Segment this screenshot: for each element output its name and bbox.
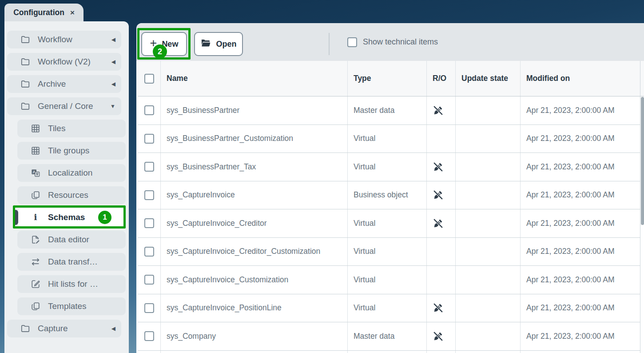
chevron-left-icon[interactable]: ◀: [111, 325, 115, 332]
cell-update-state: [456, 322, 521, 350]
cell-update-state: [456, 294, 521, 322]
sidebar-item-tiles[interactable]: Tiles: [17, 120, 126, 137]
sidebar-item-data-editor[interactable]: Data editor: [17, 231, 126, 249]
grid-icon: [30, 123, 41, 134]
cell-modified-on: Apr 21, 2023, 2:00:00 AM: [521, 266, 640, 294]
scrollbar-header-cap: [640, 61, 644, 96]
header-cell-update-state[interactable]: Update state: [456, 61, 521, 96]
cell-ro: [427, 96, 456, 124]
open-button-label: Open: [216, 40, 236, 49]
chevron-left-icon[interactable]: ◀: [111, 59, 115, 65]
sidebar-item-schemas[interactable]: iSchemas1: [17, 209, 126, 226]
tab-configuration[interactable]: Configuration ×: [4, 4, 83, 21]
grid-icon: [30, 145, 41, 156]
folder-icon: [20, 101, 31, 112]
edit-off-icon: [433, 189, 444, 201]
cell-type: Master data: [348, 322, 427, 350]
table-row-partial: [138, 351, 640, 353]
cell-name: sys_BusinessPartner_Customization: [161, 125, 348, 153]
cell-name: sys_CaptureInvoice_PositionLine: [161, 294, 348, 322]
sidebar-item-label: Templates: [48, 301, 87, 311]
tab-title: Configuration: [13, 8, 64, 17]
vertical-scrollbar[interactable]: [640, 61, 644, 353]
cell-name: sys_CaptureInvoice: [161, 181, 348, 209]
header-cell-ro[interactable]: R/O: [427, 61, 456, 96]
sidebar-item-workflow-v2[interactable]: Workflow (V2)◀: [7, 53, 121, 71]
sidebar-item-label: General / Core: [38, 101, 93, 111]
chevron-down-icon[interactable]: ▼: [110, 103, 115, 109]
row-checkbox[interactable]: [144, 105, 154, 115]
edit-off-icon: [433, 218, 444, 229]
cell-name: sys_BusinessPartner_Tax: [161, 153, 348, 181]
sidebar-item-workflow[interactable]: Workflow◀: [7, 31, 121, 48]
sidebar-item-label: Workflow: [38, 35, 72, 44]
sidebar-item-templates[interactable]: Templates: [17, 297, 126, 315]
cell-ro: [427, 181, 456, 209]
table-row[interactable]: sys_BusinessPartner_CustomizationVirtual…: [138, 125, 640, 153]
chevron-left-icon[interactable]: ◀: [111, 36, 115, 43]
sidebar-item-general-core[interactable]: General / Core▼: [7, 97, 121, 115]
sidebar-item-tile-groups[interactable]: Tile groups: [17, 142, 126, 160]
sidebar-item-label: Tiles: [48, 124, 65, 133]
cell-name: sys_CaptureInvoice_Creditor: [161, 209, 348, 237]
cell-select: [138, 238, 161, 266]
edit-off-icon: [433, 302, 444, 313]
row-checkbox[interactable]: [144, 331, 154, 341]
schemas-table: Name Type R/O Update state Modified on s…: [138, 61, 644, 353]
sidebar-item-hit-lists-for[interactable]: Hit lists for …: [17, 275, 126, 293]
sidebar: Workflow◀Workflow (V2)◀Archive◀General /…: [4, 21, 129, 353]
sidebar-item-resources[interactable]: Resources: [17, 186, 126, 204]
cell-ro: [427, 125, 456, 153]
header-cell-modified-on[interactable]: Modified on: [521, 61, 640, 96]
sidebar-item-label: Data editor: [48, 235, 89, 245]
row-checkbox[interactable]: [144, 162, 154, 172]
table-row[interactable]: sys_CaptureInvoice_CustomizationVirtualA…: [138, 266, 640, 294]
cell-select: [138, 266, 161, 294]
sidebar-item-label: Tile groups: [48, 146, 89, 156]
cell-type: Virtual: [348, 294, 427, 322]
row-checkbox[interactable]: [144, 275, 154, 285]
sidebar-item-archive[interactable]: Archive◀: [7, 75, 121, 93]
cell-ro: [427, 153, 456, 181]
header-cell-name[interactable]: Name: [161, 61, 348, 96]
table-row[interactable]: sys_CaptureInvoice_Creditor_Customizatio…: [138, 238, 640, 266]
table-row[interactable]: sys_CaptureInvoice_PositionLineVirtualAp…: [138, 294, 640, 323]
copy-icon: [30, 301, 41, 312]
row-checkbox[interactable]: [144, 134, 154, 144]
row-checkbox[interactable]: [144, 218, 154, 228]
sidebar-item-label: Resources: [48, 190, 88, 200]
table-row[interactable]: sys_BusinessPartnerMaster dataApr 21, 20…: [138, 96, 640, 125]
folder-icon: [20, 34, 31, 45]
cell-modified-on: Apr 21, 2023, 2:00:00 AM: [521, 322, 640, 350]
chevron-left-icon[interactable]: ◀: [111, 81, 115, 87]
cell-type: Business object: [348, 181, 427, 209]
open-button[interactable]: Open: [194, 32, 243, 56]
sidebar-item-data-transf[interactable]: Data transf…: [17, 253, 126, 271]
cell-update-state: [456, 96, 521, 124]
svg-text:i: i: [34, 213, 37, 222]
table-row[interactable]: sys_CaptureInvoiceBusiness objectApr 21,…: [138, 181, 640, 210]
scrollbar-thumb[interactable]: [641, 97, 644, 225]
table-header-row: Name Type R/O Update state Modified on: [138, 61, 640, 96]
sidebar-item-localization[interactable]: ALocalization: [17, 164, 126, 182]
show-technical-items-checkbox[interactable]: [347, 37, 357, 47]
close-icon[interactable]: ×: [70, 9, 75, 16]
row-checkbox[interactable]: [144, 190, 154, 200]
table-row[interactable]: sys_CompanyMaster dataApr 21, 2023, 2:00…: [138, 322, 640, 351]
header-cell-type[interactable]: Type: [348, 61, 427, 96]
cell-modified-on: Apr 21, 2023, 2:00:00 AM: [521, 96, 640, 124]
folder-icon: [20, 323, 31, 334]
sidebar-item-label: Schemas: [48, 213, 85, 222]
show-technical-items-label[interactable]: Show technical items: [363, 23, 438, 61]
sidebar-item-capture[interactable]: Capture◀: [7, 320, 121, 337]
table-row[interactable]: sys_BusinessPartner_TaxVirtualApr 21, 20…: [138, 153, 640, 181]
select-all-checkbox[interactable]: [144, 74, 154, 84]
row-checkbox[interactable]: [144, 247, 154, 257]
info-icon: i: [30, 212, 41, 223]
cell-modified-on: Apr 21, 2023, 2:00:00 AM: [521, 153, 640, 181]
cell-ro: [427, 209, 456, 237]
table-row[interactable]: sys_CaptureInvoice_CreditorVirtualApr 21…: [138, 209, 640, 238]
row-checkbox[interactable]: [144, 303, 154, 313]
cell-ro: [427, 238, 456, 266]
copy-icon: [30, 190, 41, 201]
